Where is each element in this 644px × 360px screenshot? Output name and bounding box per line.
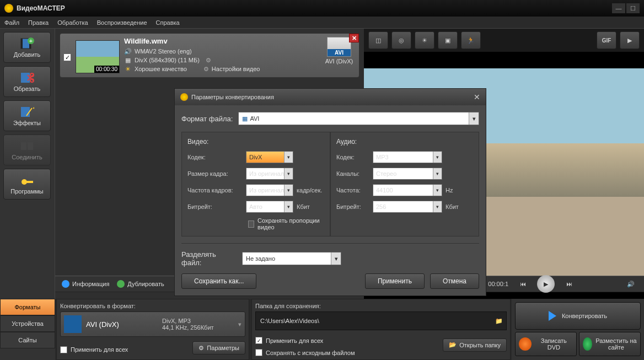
sidebar-join[interactable]: Соединить bbox=[3, 135, 51, 165]
audio-channels-select[interactable]: Стерео▾ bbox=[373, 168, 442, 180]
sidebar-trim[interactable]: Обрезать bbox=[3, 66, 51, 97]
menu-file[interactable]: Файл bbox=[4, 19, 19, 26]
sidebar-add[interactable]: + Добавить bbox=[3, 32, 51, 63]
play-icon bbox=[549, 311, 556, 321]
film-plus-icon: + bbox=[19, 37, 35, 50]
cancel-button[interactable]: Отмена bbox=[430, 273, 479, 289]
tab-devices[interactable]: Устройства bbox=[0, 315, 55, 332]
dialog-close-button[interactable]: ✕ bbox=[474, 93, 480, 101]
save-as-button[interactable]: Сохранить как... bbox=[181, 273, 256, 289]
apply-all-2-checkbox[interactable]: ✓ bbox=[255, 337, 262, 344]
menu-help[interactable]: Справка bbox=[156, 19, 180, 26]
menu-playback[interactable]: Воспроизведение bbox=[97, 19, 147, 26]
audio-codec-select[interactable]: MP3▾ bbox=[373, 151, 442, 163]
menu-edit[interactable]: Правка bbox=[28, 19, 49, 26]
wand-icon: ✦ bbox=[19, 105, 35, 119]
tab-sites[interactable]: Сайты bbox=[0, 332, 55, 348]
keep-aspect-checkbox[interactable] bbox=[248, 221, 254, 228]
conversion-params-dialog: Параметры конвертирования ✕ Формат файла… bbox=[174, 88, 486, 296]
file-duration: 00:00:30 bbox=[94, 66, 119, 73]
svg-rect-12 bbox=[28, 142, 33, 150]
convert-button[interactable]: Конвертировать bbox=[515, 302, 641, 330]
play-button[interactable]: ▶ bbox=[537, 275, 555, 293]
video-bitrate-select[interactable]: Авто▾ bbox=[246, 201, 293, 213]
audio-freq-select[interactable]: 44100▾ bbox=[373, 184, 442, 196]
info-button[interactable]: Информация bbox=[62, 280, 109, 288]
globe-icon bbox=[583, 337, 592, 351]
scissors-icon bbox=[19, 71, 35, 84]
chevron-down-icon: ▾ bbox=[284, 185, 293, 196]
chevron-down-icon: ▾ bbox=[469, 112, 479, 125]
parameters-button[interactable]: ⚙Параметры bbox=[192, 341, 245, 354]
gif-button[interactable]: GIF bbox=[597, 31, 616, 49]
menu-process[interactable]: Обработка bbox=[57, 19, 88, 26]
chevron-down-icon: ▾ bbox=[238, 321, 242, 328]
format-label: Формат файла: bbox=[181, 115, 233, 123]
format-select[interactable]: ▦AVI▾ bbox=[238, 112, 479, 125]
preview-toolbar: ◫ ◎ ☀ ▣ 🏃 GIF ▶ bbox=[364, 29, 644, 52]
join-icon bbox=[19, 139, 35, 153]
prev-button[interactable]: ⏮ bbox=[516, 277, 529, 291]
chevron-down-icon: ▾ bbox=[331, 252, 341, 265]
gear-icon: ⚙ bbox=[203, 66, 209, 73]
file-checkbox[interactable]: ✓ bbox=[63, 53, 71, 61]
video-codec-select[interactable]: DivX▾ bbox=[246, 151, 293, 163]
upload-button[interactable]: Разместить на сайте bbox=[579, 332, 641, 356]
dialog-titlebar[interactable]: Параметры конвертирования ✕ bbox=[175, 89, 486, 105]
file-thumbnail[interactable]: 00:00:30 bbox=[76, 40, 120, 73]
output-format-icon[interactable]: AVI bbox=[327, 37, 351, 57]
folder-icon[interactable]: 📁 bbox=[495, 318, 503, 325]
video-size-select[interactable]: Из оригинала▾ bbox=[246, 168, 293, 180]
apply-button[interactable]: Применить bbox=[365, 273, 425, 289]
app-icon bbox=[4, 4, 13, 13]
chevron-down-icon: ▾ bbox=[433, 152, 442, 163]
app-title: ВидеоМАСТЕР bbox=[17, 4, 65, 12]
folder-open-icon: 📂 bbox=[449, 341, 457, 348]
chevron-down-icon: ▾ bbox=[284, 152, 293, 163]
sidebar-effects[interactable]: ✦ Эффекты bbox=[3, 100, 51, 131]
maximize-button[interactable]: ☐ bbox=[626, 3, 640, 13]
save-path-input[interactable]: C:\Users\Alex\Videos\ 📁 bbox=[255, 311, 507, 330]
save-orig-checkbox[interactable] bbox=[255, 349, 262, 356]
file-title: Wildlife.wmv bbox=[124, 37, 318, 45]
svg-point-13 bbox=[22, 179, 27, 185]
gear-icon: ⚙ bbox=[198, 345, 204, 352]
video-settings-link[interactable]: Настройки видео bbox=[212, 66, 260, 72]
chevron-down-icon: ▾ bbox=[433, 201, 442, 212]
next-button[interactable]: ⏭ bbox=[562, 277, 576, 291]
chevron-down-icon: ▾ bbox=[284, 168, 293, 179]
enhance-icon[interactable]: ◎ bbox=[391, 31, 411, 49]
duplicate-button[interactable]: Дублировать bbox=[117, 280, 164, 288]
minimize-button[interactable]: — bbox=[612, 3, 625, 13]
key-icon bbox=[19, 174, 35, 187]
svg-rect-14 bbox=[26, 181, 33, 183]
sidebar-programs[interactable]: Программы bbox=[3, 169, 51, 200]
export-icon[interactable]: ▶ bbox=[620, 31, 640, 49]
info-icon bbox=[62, 280, 69, 288]
tab-formats[interactable]: Форматы bbox=[0, 299, 55, 315]
speed-icon[interactable]: 🏃 bbox=[461, 31, 481, 49]
bottom-tabs: Форматы Устройства Сайты bbox=[0, 299, 55, 360]
volume-icon[interactable]: 🔊 bbox=[624, 277, 637, 291]
speaker-icon: 🔊 bbox=[124, 47, 132, 55]
video-fps-select[interactable]: Из оригинала▾ bbox=[246, 184, 293, 196]
split-select[interactable]: Не задано▾ bbox=[242, 252, 341, 265]
crop-icon[interactable]: ◫ bbox=[368, 31, 388, 49]
svg-rect-8 bbox=[21, 107, 30, 117]
dialog-title: Параметры конвертирования bbox=[191, 94, 274, 100]
audio-bitrate-select[interactable]: 256▾ bbox=[373, 201, 442, 213]
chevron-down-icon: ▾ bbox=[433, 185, 442, 196]
file-remove-button[interactable]: ✕ bbox=[349, 34, 359, 42]
apply-all-checkbox[interactable] bbox=[60, 346, 67, 353]
avi-icon bbox=[64, 315, 82, 333]
file-row[interactable]: ✓ 00:00:30 Wildlife.wmv 🔊WMAV2 Stereo (e… bbox=[60, 33, 359, 78]
brightness-icon[interactable]: ☀ bbox=[415, 31, 434, 49]
format-selector[interactable]: AVI (DivX) DivX, MP3 44,1 KHz, 256Кбит ▾ bbox=[60, 311, 245, 337]
film-icon: ▦ bbox=[124, 56, 132, 64]
svg-rect-5 bbox=[21, 73, 30, 83]
gear-icon[interactable]: ⚙ bbox=[206, 57, 211, 64]
open-folder-button[interactable]: 📂Открыть папку bbox=[443, 338, 507, 352]
frame-icon[interactable]: ▣ bbox=[438, 31, 458, 49]
svg-point-7 bbox=[30, 79, 34, 82]
burn-dvd-button[interactable]: Записать DVD bbox=[515, 332, 577, 356]
